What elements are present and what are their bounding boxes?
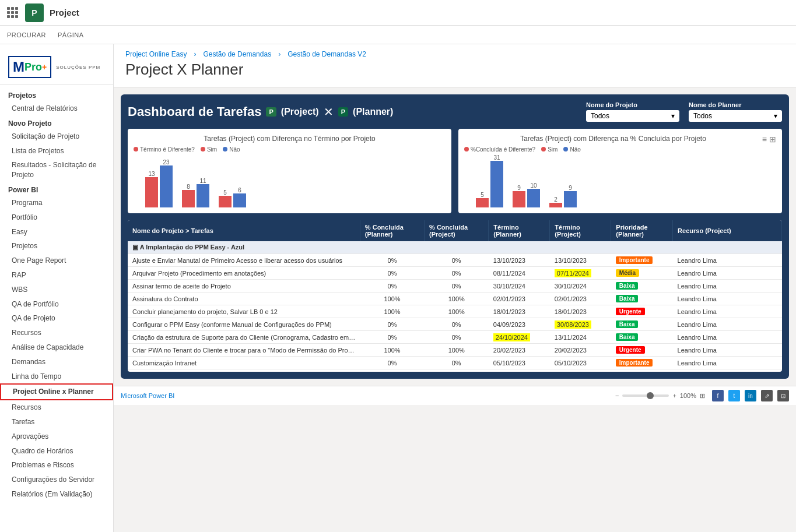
sidebar-item-wbs[interactable]: WBS	[0, 283, 113, 297]
cell-pct-project: 100%	[425, 293, 489, 305]
table-row: Customização Intranet 0% 0% 05/10/2023 0…	[128, 357, 782, 369]
mpro-logo: M Pro +	[8, 56, 51, 78]
sidebar-item-config[interactable]: Configurações do Servidor	[0, 473, 113, 487]
table-row: Criação da estrutura de Suporte para do …	[128, 331, 782, 344]
sidebar-item-recursos-bi[interactable]: Recursos	[0, 326, 113, 340]
sidebar-item-analise[interactable]: Análise de Capacidade	[0, 340, 113, 355]
cell-pct-planner: 100%	[360, 305, 424, 318]
chart1-legend: Término é Diferente? Sim Não	[134, 146, 446, 153]
data-table: Nome do Projeto > Tarefas % Concluída(Pl…	[128, 220, 782, 372]
app-name: Project	[50, 8, 79, 17]
cell-priority: Média	[611, 369, 673, 372]
cell-priority: Importante	[611, 254, 673, 267]
col-header-task: Nome do Projeto > Tarefas	[128, 220, 360, 241]
sidebar-item-easy[interactable]: Easy	[0, 225, 113, 239]
cell-task: Concluir planejamento do projeto, Salvar…	[128, 305, 360, 318]
dashboard-wrapper: Dashboard de Tarefas P (Project) ✕ P (Pl…	[121, 94, 789, 379]
cell-term-project: 05/10/2023	[550, 357, 611, 369]
chart-2: Tarefas (Project) com Diferença na % Con…	[458, 129, 782, 213]
cell-priority: Urgente	[611, 344, 673, 357]
zoom-thumb[interactable]	[647, 392, 654, 399]
content-area: Project Online Easy › Gestão de Demandas…	[114, 44, 796, 532]
sidebar-item-projetos[interactable]: Projetos	[0, 239, 113, 253]
sidebar-item-programa[interactable]: Programa	[0, 196, 113, 210]
cell-term-project: 13/11/2024	[550, 331, 611, 344]
cell-term-project: 20/02/2023	[550, 344, 611, 357]
sidebar-item-qa-portfolio[interactable]: QA de Portfólio	[0, 297, 113, 312]
facebook-icon[interactable]: f	[712, 390, 724, 401]
sidebar-item-demandas[interactable]: Demandas	[0, 355, 113, 369]
linkedin-icon[interactable]: in	[745, 390, 756, 401]
sidebar-item-solicitacao[interactable]: Solicitação de Projeto	[0, 129, 113, 144]
chart1-bars: 13 23	[134, 155, 446, 207]
sidebar-item-resultados[interactable]: Resultados - Solicitação de Projeto	[0, 158, 113, 182]
filter2-select[interactable]: Todos ▾	[689, 110, 782, 122]
sidebar-section-projetos: Projetos	[0, 88, 113, 101]
nav-pagina[interactable]: PÁGINA	[58, 31, 84, 38]
sidebar: M Pro + SOLUÇÕES PPM Projetos Central de…	[0, 44, 114, 532]
share-icon[interactable]: ⇗	[761, 390, 773, 401]
cell-pct-project: 100%	[425, 344, 489, 357]
sidebar-item-one-page[interactable]: One Page Report	[0, 253, 113, 268]
chart2-filter-icon[interactable]: ≡	[762, 135, 767, 144]
nav-bar: PROCURAR PÁGINA	[0, 26, 796, 44]
cell-term-project: 22/11/2023	[550, 369, 611, 372]
cell-pct-project: 0%	[425, 280, 489, 293]
sidebar-item-relatorios[interactable]: Relatórios (Em Validação)	[0, 487, 113, 502]
zoom-fit-icon[interactable]: ⊞	[700, 392, 705, 400]
cell-recurso: Leandro Lima	[673, 357, 782, 369]
cell-pct-planner: 0%	[360, 280, 424, 293]
sidebar-item-portfolio[interactable]: Portfólio	[0, 210, 113, 225]
filter1-select[interactable]: Todos ▾	[586, 110, 679, 122]
sidebar-item-rap[interactable]: RAP	[0, 268, 113, 283]
cell-term-planner: 18/01/2023	[489, 305, 550, 318]
apps-icon[interactable]	[7, 7, 18, 18]
content-header: Project Online Easy › Gestão de Demandas…	[114, 44, 796, 87]
sidebar-item-project-planner[interactable]: Project Online x Planner	[0, 383, 113, 400]
breadcrumb-item-1[interactable]: Project Online Easy	[125, 50, 187, 58]
cell-recurso: Leandro Lima	[673, 344, 782, 357]
sidebar-item-central-relatorios[interactable]: Central de Relatórios	[0, 101, 113, 116]
table-row: Customização Intranet concluída 0% 0% 22…	[128, 369, 782, 372]
sidebar-item-aprovacoes[interactable]: Aprovações	[0, 429, 113, 444]
cell-term-project: 30/08/2023	[550, 318, 611, 331]
breadcrumb-item-2[interactable]: Gestão de Demandas	[203, 50, 271, 58]
cell-term-planner: 24/10/2024	[489, 331, 550, 344]
twitter-icon[interactable]: t	[728, 390, 740, 401]
cell-term-project: 13/10/2023	[550, 254, 611, 267]
col-header-recurso: Recurso (Project)	[673, 220, 782, 241]
charts-row: Tarefas (Project) com Diferença no Térmi…	[128, 129, 782, 213]
sidebar-section-novo-projeto: Novo Projeto	[0, 116, 113, 129]
zoom-bar[interactable]	[622, 394, 669, 397]
sidebar-item-lista[interactable]: Lista de Projetos	[0, 144, 113, 158]
cell-priority: Importante	[611, 357, 673, 369]
table-header-row: Nome do Projeto > Tarefas % Concluída(Pl…	[128, 220, 782, 241]
chart2-expand-icon[interactable]: ⊞	[769, 135, 776, 144]
sidebar-item-quadro[interactable]: Quadro de Horários	[0, 444, 113, 459]
table-row: Assinar termo de aceite do Projeto 0% 0%…	[128, 280, 782, 293]
nav-procurar[interactable]: PROCURAR	[7, 31, 46, 38]
cell-term-planner: 30/10/2024	[489, 280, 550, 293]
cell-priority: Baixa	[611, 318, 673, 331]
sidebar-item-problemas[interactable]: Problemas e Riscos	[0, 458, 113, 473]
cell-task: Customização Intranet	[128, 357, 360, 369]
cell-pct-planner: 0%	[360, 254, 424, 267]
expand-icon[interactable]: ⊡	[777, 390, 789, 401]
cell-pct-planner: 0%	[360, 318, 424, 331]
power-bi-link[interactable]: Microsoft Power BI	[121, 392, 174, 399]
filter1-label: Nome do Projeto	[586, 101, 679, 108]
project-icon: P	[266, 107, 276, 117]
cell-recurso: Leandro Lima	[673, 254, 782, 267]
sidebar-item-linha[interactable]: Linha do Tempo	[0, 369, 113, 384]
cell-recurso: Leandro Lima	[673, 267, 782, 280]
breadcrumb-item-3[interactable]: Gestão de Demandas V2	[287, 50, 366, 58]
col-header-pct-project: % Concluída(Project)	[425, 220, 489, 241]
sidebar-item-tarefas[interactable]: Tarefas	[0, 415, 113, 429]
cell-pct-planner: 0%	[360, 267, 424, 280]
sidebar-item-recursos[interactable]: Recursos	[0, 400, 113, 415]
top-bar: P Project	[0, 0, 796, 26]
page-title: Project X Planner	[125, 61, 784, 79]
data-table-card: Nome do Projeto > Tarefas % Concluída(Pl…	[128, 220, 782, 372]
sidebar-item-qa-projeto[interactable]: QA de Projeto	[0, 311, 113, 326]
cell-pct-project: 0%	[425, 267, 489, 280]
